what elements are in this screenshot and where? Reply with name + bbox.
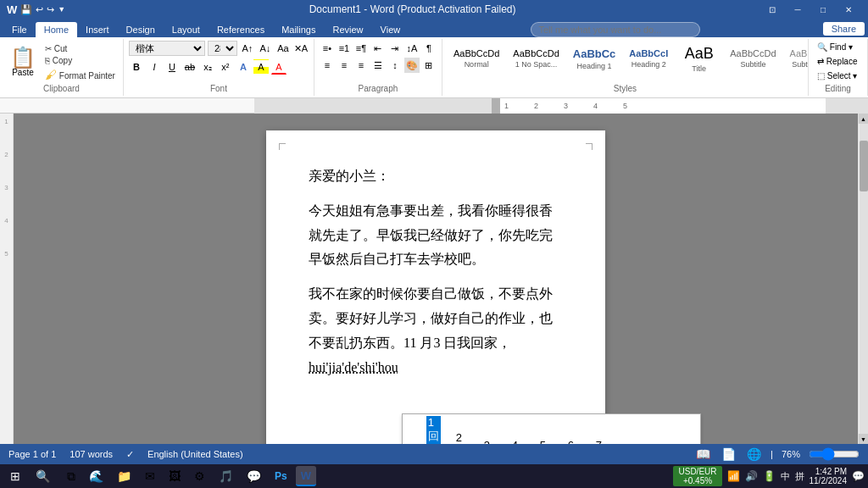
superscript-button[interactable]: x² [218,59,233,75]
strikethrough-button[interactable]: ab [182,59,198,75]
minimize-button[interactable]: ─ [785,0,810,19]
usd-eur-widget[interactable]: USD/EUR +0.45% [673,466,721,486]
media-item[interactable]: 🎵 [214,466,238,486]
tab-review[interactable]: Review [325,22,372,37]
tab-references[interactable]: References [209,22,273,37]
align-left-button[interactable]: ≡ [320,58,335,73]
settings-item[interactable]: ⚙ [189,466,210,486]
style-normal[interactable]: AaBbCcDd Normal [448,45,505,71]
print-layout-button[interactable]: 📄 [720,447,737,461]
grow-font-button[interactable]: A↑ [240,41,255,56]
sort-button[interactable]: ↕A [404,41,420,56]
photos-item[interactable]: 🖼 [164,466,186,486]
ime-candidate-6[interactable]: 6 回佳 [566,439,581,444]
explorer-item[interactable]: 📁 [112,466,136,486]
find-button[interactable]: 🔍 Find ▾ [814,41,860,53]
notification-icon[interactable]: 💬 [852,470,865,482]
scrollbar[interactable]: ▲ ▼ [858,114,868,444]
scroll-down-button[interactable]: ▼ [859,434,869,444]
scroll-thumb[interactable] [860,141,868,191]
line-spacing-button[interactable]: ↕ [387,58,403,73]
read-mode-button[interactable]: 📖 [694,447,711,461]
style-title[interactable]: AaB Title [676,41,722,75]
zoom-slider[interactable] [809,450,860,458]
spell-check-icon[interactable]: ✓ [126,449,134,460]
multilevel-button[interactable]: ≡¶ [353,41,369,56]
ps-item[interactable]: Ps [270,466,292,486]
font-size-select[interactable]: 28 [208,41,237,56]
copy-button[interactable]: ⎘ Copy [42,55,118,66]
borders-button[interactable]: ⊞ [421,58,437,73]
window-controls[interactable]: ⊡ ─ □ ✕ [760,0,861,19]
scroll-up-button[interactable]: ▲ [859,114,869,124]
start-button[interactable]: ⊞ [3,466,27,486]
format-painter-button[interactable]: 🖌 Format Painter [42,67,118,82]
ime-candidate-4[interactable]: 4 汇价 [510,439,525,444]
numbering-button[interactable]: ≡1 [337,41,352,56]
ribbon-search-input[interactable] [531,22,700,37]
ime-candidate-1[interactable]: 1 回家的时候 [426,416,441,444]
shading-button[interactable]: 🎨 [404,58,420,73]
style-no-spacing[interactable]: AaBbCcDd 1 No Spac... [507,45,565,71]
justify-button[interactable]: ☰ [370,58,386,73]
bold-button[interactable]: B [129,59,144,75]
chinese-lang-icon[interactable]: 中 [781,470,790,483]
font-color-button[interactable]: A [271,59,287,75]
ribbon-search-area[interactable] [409,22,822,37]
align-right-button[interactable]: ≡ [353,58,369,73]
align-center-button[interactable]: ≡ [337,58,352,73]
web-layout-button[interactable]: 🌐 [745,447,762,461]
change-case-button[interactable]: Aa [275,41,291,56]
clear-format-button[interactable]: ✕A [293,41,309,56]
tab-mailings[interactable]: Mailings [273,22,324,37]
bullets-button[interactable]: ≡• [320,41,335,56]
style-subtle-em[interactable]: AaBbCcDd Subtle Em... [784,45,809,71]
ime-candidate-7[interactable]: 7 惠家 [594,439,609,444]
ime-dropdown[interactable]: | 1 回家的时候 2 回家的 3 回家 4 汇价 5 会加 6 回佳 7 惠家… [402,413,701,444]
search-taskbar-item[interactable]: 🔍 [31,466,58,486]
save-icon[interactable]: 💾 [20,4,32,15]
tab-view[interactable]: View [372,22,409,37]
paste-button[interactable]: 📋 Paste [5,42,41,84]
redo-icon[interactable]: ↪ [47,4,54,15]
text-highlight-button[interactable]: A [253,59,269,75]
ime-candidate-3[interactable]: 3 回家 [482,439,497,444]
italic-button[interactable]: I [147,59,162,75]
mail-item[interactable]: ✉ [140,466,160,486]
tab-layout[interactable]: Layout [164,22,209,37]
style-subtitle[interactable]: AaBbCcDd Subtitle [724,45,782,71]
style-heading2[interactable]: AaBbCcI Heading 2 [623,45,674,71]
indent-decrease-button[interactable]: ⇤ [370,41,386,56]
select-button[interactable]: ⬚ Select ▾ [814,69,860,82]
volume-icon[interactable]: 🔊 [745,470,758,482]
chat-item[interactable]: 💬 [242,466,266,486]
cut-button[interactable]: ✂ Cut [42,43,118,54]
share-button[interactable]: Share [823,22,865,36]
subscript-button[interactable]: x₂ [200,59,215,75]
scroll-track[interactable] [860,124,868,434]
shrink-font-button[interactable]: A↓ [258,41,273,56]
pinyin-icon[interactable]: 拼 [795,470,804,483]
ime-candidate-2[interactable]: 2 回家的 [454,431,469,444]
text-effect-button[interactable]: A [236,59,251,75]
tab-insert[interactable]: Insert [77,22,118,37]
tab-home[interactable]: Home [36,22,77,37]
document-area[interactable]: 亲爱的小兰： 今天姐姐有急事要出差，我看你睡得很香就先走了。早饭我已经做好了，你… [14,114,858,444]
undo-icon[interactable]: ↩ [36,4,43,15]
replace-button[interactable]: ⇄ Replace [814,55,860,68]
window-options-icon[interactable]: ⊡ [760,0,785,19]
document-page[interactable]: 亲爱的小兰： 今天姐姐有急事要出差，我看你睡得很香就先走了。早饭我已经做好了，你… [266,130,605,444]
underline-button[interactable]: U [164,59,180,75]
taskview-item[interactable]: ⧉ [62,466,81,486]
edge-item[interactable]: 🌊 [84,466,108,486]
battery-icon[interactable]: 🔋 [763,470,776,482]
style-heading1[interactable]: AaBbCc Heading 1 [567,44,622,73]
page-content[interactable]: 亲爱的小兰： 今天姐姐有急事要出差，我看你睡得很香就先走了。早饭我已经做好了，你… [309,164,563,380]
maximize-button[interactable]: □ [810,0,836,19]
indent-increase-button[interactable]: ⇥ [387,41,403,56]
tab-design[interactable]: Design [118,22,164,37]
customize-icon[interactable]: ▼ [58,5,65,14]
show-marks-button[interactable]: ¶ [421,41,437,56]
quick-access-toolbar[interactable]: W 💾 ↩ ↪ ▼ [7,3,65,16]
close-button[interactable]: ✕ [836,0,861,19]
